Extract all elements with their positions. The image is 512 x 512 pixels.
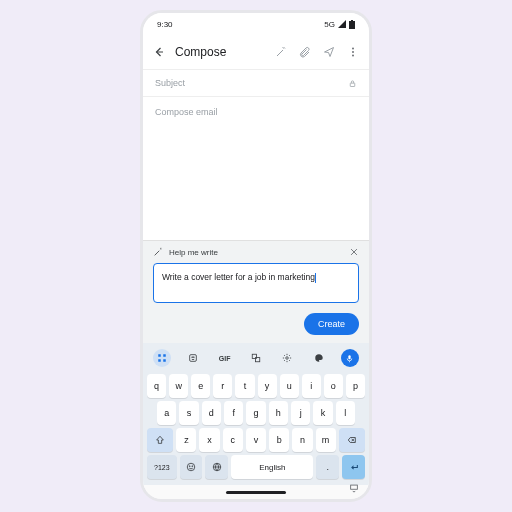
key-j[interactable]: j — [291, 401, 310, 425]
compose-topbar: Compose — [143, 35, 369, 69]
battery-icon — [349, 20, 355, 29]
svg-point-12 — [194, 357, 195, 358]
key-o[interactable]: o — [324, 374, 343, 398]
more-icon[interactable] — [347, 46, 359, 58]
subject-field[interactable]: Subject — [143, 69, 369, 97]
sticker-icon[interactable] — [184, 349, 202, 367]
attachment-icon[interactable] — [299, 46, 311, 58]
key-shift[interactable] — [147, 428, 173, 452]
key-backspace[interactable] — [339, 428, 365, 452]
svg-point-4 — [352, 55, 354, 57]
svg-point-11 — [192, 357, 193, 358]
help-prompt-input[interactable]: Write a cover letter for a job in market… — [153, 263, 359, 303]
key-v[interactable]: v — [246, 428, 266, 452]
keyboard-row-4: ?123 English . — [147, 455, 365, 479]
key-w[interactable]: w — [169, 374, 188, 398]
nav-pill[interactable] — [226, 491, 286, 494]
nav-bar — [143, 485, 369, 499]
key-globe[interactable] — [205, 455, 228, 479]
signal-icon — [338, 20, 346, 28]
svg-rect-0 — [349, 21, 355, 29]
keyboard-row-3: z x c v b n m — [147, 428, 365, 452]
close-icon[interactable] — [349, 247, 359, 257]
translate-icon[interactable] — [247, 349, 265, 367]
pencil-sparkle-icon — [153, 247, 163, 257]
lock-icon — [348, 79, 357, 88]
svg-rect-1 — [351, 20, 353, 21]
status-bar: 9:30 5G — [143, 13, 369, 35]
keyboard-row-1: q w e r t y u i o p — [147, 374, 365, 398]
mic-icon[interactable] — [341, 349, 359, 367]
key-q[interactable]: q — [147, 374, 166, 398]
svg-rect-9 — [163, 359, 166, 362]
key-n[interactable]: n — [292, 428, 312, 452]
gif-icon[interactable]: GIF — [216, 349, 234, 367]
svg-rect-7 — [163, 354, 166, 357]
network-label: 5G — [324, 20, 335, 29]
key-l[interactable]: l — [336, 401, 355, 425]
email-body-field[interactable]: Compose email — [143, 97, 369, 177]
back-icon[interactable] — [153, 46, 165, 58]
keyboard-toolbar: GIF — [147, 347, 365, 371]
svg-point-3 — [352, 51, 354, 53]
key-p[interactable]: p — [346, 374, 365, 398]
key-z[interactable]: z — [176, 428, 196, 452]
palette-icon[interactable] — [310, 349, 328, 367]
key-t[interactable]: t — [235, 374, 254, 398]
magic-write-icon[interactable] — [275, 46, 287, 58]
text-cursor — [315, 273, 316, 283]
body-placeholder: Compose email — [155, 107, 218, 117]
key-b[interactable]: b — [269, 428, 289, 452]
key-d[interactable]: d — [202, 401, 221, 425]
subject-placeholder: Subject — [155, 78, 185, 88]
body-spacer — [143, 177, 369, 240]
svg-point-2 — [352, 48, 354, 50]
phone-frame: 9:30 5G Compose Subject — [140, 10, 372, 502]
apps-grid-icon[interactable] — [153, 349, 171, 367]
key-a[interactable]: a — [157, 401, 176, 425]
create-button[interactable]: Create — [304, 313, 359, 335]
svg-point-19 — [192, 466, 193, 467]
help-me-write-panel: Help me write Write a cover letter for a… — [143, 240, 369, 343]
svg-rect-16 — [349, 355, 351, 359]
svg-point-17 — [187, 463, 195, 471]
svg-rect-8 — [158, 359, 161, 362]
help-header: Help me write — [143, 241, 369, 263]
svg-rect-5 — [350, 83, 355, 86]
keyboard: GIF q w e r t y u i o p — [143, 343, 369, 485]
key-f[interactable]: f — [224, 401, 243, 425]
key-r[interactable]: r — [213, 374, 232, 398]
key-enter[interactable] — [342, 455, 365, 479]
svg-rect-6 — [158, 354, 161, 357]
settings-icon[interactable] — [278, 349, 296, 367]
key-symbols[interactable]: ?123 — [147, 455, 177, 479]
key-c[interactable]: c — [223, 428, 243, 452]
key-y[interactable]: y — [258, 374, 277, 398]
svg-rect-21 — [351, 485, 358, 489]
key-m[interactable]: m — [316, 428, 336, 452]
key-i[interactable]: i — [302, 374, 321, 398]
svg-point-18 — [189, 466, 190, 467]
key-g[interactable]: g — [246, 401, 265, 425]
key-s[interactable]: s — [179, 401, 198, 425]
key-k[interactable]: k — [313, 401, 332, 425]
status-indicators: 5G — [324, 20, 355, 29]
help-prompt-text: Write a cover letter for a job in market… — [162, 272, 315, 282]
svg-point-15 — [286, 357, 289, 360]
status-time: 9:30 — [157, 20, 173, 29]
keyboard-collapse-icon[interactable] — [349, 483, 359, 495]
key-u[interactable]: u — [280, 374, 299, 398]
page-title: Compose — [175, 45, 265, 59]
send-icon[interactable] — [323, 46, 335, 58]
key-emoji[interactable] — [180, 455, 203, 479]
key-space[interactable]: English — [231, 455, 313, 479]
key-h[interactable]: h — [269, 401, 288, 425]
help-title: Help me write — [169, 248, 218, 257]
key-period[interactable]: . — [316, 455, 339, 479]
key-e[interactable]: e — [191, 374, 210, 398]
keyboard-row-2: a s d f g h j k l — [147, 401, 365, 425]
key-x[interactable]: x — [199, 428, 219, 452]
svg-rect-10 — [190, 355, 197, 362]
